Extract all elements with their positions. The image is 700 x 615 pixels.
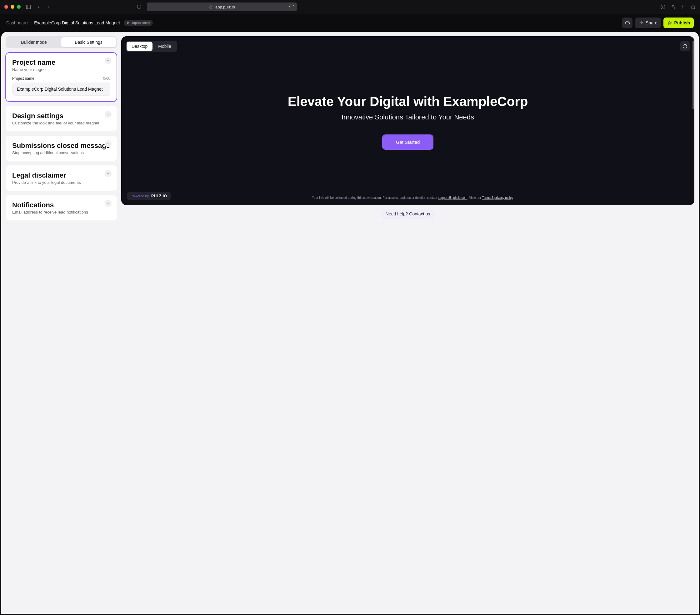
powered-by-badge[interactable]: Powered by PULZ.IO bbox=[127, 192, 171, 200]
sidebar-toggle-icon[interactable] bbox=[26, 4, 31, 10]
panel-subtitle: Email address to receive lead notificati… bbox=[12, 210, 110, 214]
status-badge: Unpublished bbox=[124, 20, 153, 26]
lock-icon bbox=[209, 5, 213, 9]
window-controls bbox=[4, 5, 21, 9]
svg-rect-9 bbox=[691, 5, 695, 9]
help-prefix: Need help? bbox=[386, 211, 409, 216]
contact-us-link[interactable]: Contact us bbox=[409, 211, 430, 216]
cloud-button[interactable] bbox=[622, 17, 633, 28]
url-bar[interactable]: app.pulz.io bbox=[147, 2, 297, 11]
panel-title: Design settings bbox=[12, 112, 110, 120]
svg-rect-3 bbox=[210, 7, 212, 8]
pulz-logo: PULZ.IO bbox=[151, 194, 167, 198]
preview-scrollbar[interactable] bbox=[692, 41, 694, 201]
panel-subtitle: Name your magnet bbox=[12, 67, 110, 72]
field-label: Project name bbox=[12, 76, 34, 81]
panel-project-name[interactable]: Project name Name your magnet Project na… bbox=[5, 52, 117, 102]
mode-tabs: Builder mode Basic Settings bbox=[5, 36, 117, 48]
hero-title: Elevate Your Digital with ExampleCorp bbox=[288, 94, 528, 109]
powered-by-label: Powered by bbox=[130, 194, 149, 198]
panel-title: Project name bbox=[12, 59, 110, 66]
help-chip: Need help? Contact us bbox=[380, 209, 435, 219]
privacy-notice: Your info will be collected during this … bbox=[176, 196, 649, 200]
publish-button-label: Publish bbox=[674, 20, 690, 25]
preview-column: Desktop Mobile Elevate Your Digital with… bbox=[121, 36, 695, 610]
expand-icon[interactable] bbox=[105, 140, 112, 147]
terms-link[interactable]: Terms & privacy policy bbox=[482, 196, 513, 199]
device-tabs: Desktop Mobile bbox=[126, 41, 177, 52]
url-text: app.pulz.io bbox=[215, 5, 235, 9]
share-button-label: Share bbox=[646, 20, 657, 25]
tab-builder-mode[interactable]: Builder mode bbox=[7, 37, 61, 47]
workspace: Builder mode Basic Settings Project name… bbox=[1, 32, 699, 614]
publish-button[interactable]: Publish bbox=[663, 17, 694, 28]
settings-column: Builder mode Basic Settings Project name… bbox=[5, 36, 117, 610]
expand-icon[interactable] bbox=[105, 200, 112, 207]
panel-title: Submissions closed message bbox=[12, 142, 110, 150]
app-bar: Dashboard › ExampleCorp Digital Solution… bbox=[0, 14, 700, 32]
share-button[interactable]: Share bbox=[635, 17, 661, 28]
close-window-icon[interactable] bbox=[4, 5, 8, 9]
breadcrumb: Dashboard › ExampleCorp Digital Solution… bbox=[6, 20, 153, 26]
refresh-preview-button[interactable] bbox=[680, 41, 690, 51]
share-sheet-icon[interactable] bbox=[670, 4, 676, 10]
chevron-right-icon: › bbox=[30, 20, 32, 25]
char-counter: 0/60 bbox=[103, 76, 110, 81]
panel-design-settings[interactable]: Design settings Customize the look and f… bbox=[5, 106, 117, 131]
panel-title: Notifications bbox=[12, 201, 110, 209]
hero-subtitle: Innovative Solutions Tailored to Your Ne… bbox=[341, 113, 474, 121]
project-name-input[interactable] bbox=[12, 83, 110, 96]
svg-rect-0 bbox=[26, 5, 30, 9]
browser-chrome: app.pulz.io bbox=[0, 0, 700, 14]
panel-notifications[interactable]: Notifications Email address to receive l… bbox=[5, 195, 117, 220]
tab-mobile[interactable]: Mobile bbox=[153, 41, 176, 51]
tab-desktop[interactable]: Desktop bbox=[127, 41, 152, 51]
tabs-overview-icon[interactable] bbox=[690, 4, 696, 10]
panel-subtitle: Customize the look and feel of your lead… bbox=[12, 121, 110, 125]
new-tab-icon[interactable] bbox=[680, 4, 686, 10]
expand-icon[interactable] bbox=[105, 170, 112, 177]
shield-icon[interactable] bbox=[136, 4, 142, 10]
tab-basic-settings[interactable]: Basic Settings bbox=[61, 37, 116, 47]
status-dot-icon bbox=[127, 22, 129, 24]
preview-frame: Desktop Mobile Elevate Your Digital with… bbox=[121, 36, 695, 205]
panel-subtitle: Stop accepting additional conversations bbox=[12, 150, 110, 155]
breadcrumb-root[interactable]: Dashboard bbox=[6, 20, 28, 25]
back-icon[interactable] bbox=[36, 4, 41, 10]
get-started-button[interactable]: Get Started bbox=[382, 134, 434, 150]
expand-icon[interactable] bbox=[105, 111, 112, 118]
minimize-window-icon[interactable] bbox=[11, 5, 14, 9]
panel-title: Legal disclaimer bbox=[12, 171, 110, 180]
fullscreen-window-icon[interactable] bbox=[17, 5, 21, 9]
status-label: Unpublished bbox=[130, 21, 150, 25]
panel-submissions-closed[interactable]: Submissions closed message Stop acceptin… bbox=[5, 136, 117, 161]
forward-icon bbox=[46, 4, 51, 10]
panel-subtitle: Provide a link to your legal documents bbox=[12, 180, 110, 185]
download-icon[interactable] bbox=[660, 4, 666, 10]
breadcrumb-current: ExampleCorp Digital Solutions Lead Magne… bbox=[34, 20, 120, 25]
collapse-icon[interactable] bbox=[105, 57, 112, 64]
panel-legal-disclaimer[interactable]: Legal disclaimer Provide a link to your … bbox=[5, 165, 117, 191]
reload-icon[interactable] bbox=[289, 4, 295, 10]
support-email-link[interactable]: support@pulz.io.com bbox=[438, 196, 467, 199]
